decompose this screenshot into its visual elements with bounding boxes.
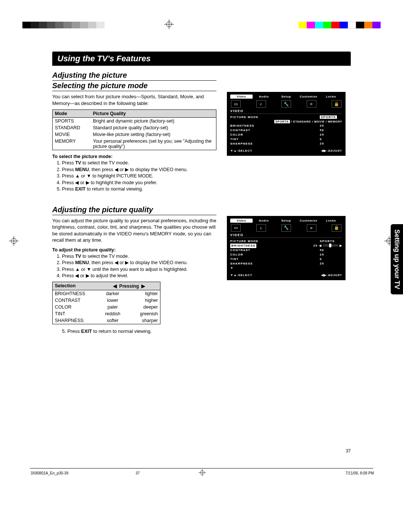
final-step: 5. Press EXIT to return to normal viewin… xyxy=(62,328,216,335)
table-row: SPORTSBright and dynamic picture (factor… xyxy=(53,118,216,125)
note-icon: ♪ xyxy=(256,100,266,108)
th-quality: Picture Quality xyxy=(91,110,216,118)
section-heading-adjusting-quality: Adjusting the picture quality xyxy=(52,205,216,215)
note-icon: ♪ xyxy=(256,224,266,232)
osd-tab-customize: Customize xyxy=(297,95,320,99)
intro-text: You can select from four picture modes—S… xyxy=(52,93,216,106)
registration-mark-icon xyxy=(9,236,19,246)
instruction-heading: To select the picture mode: xyxy=(52,154,216,159)
instruction-heading-2: To adjust the picture quality: xyxy=(52,247,216,253)
table-row: STANDARDStandard picture quality (factor… xyxy=(53,124,216,131)
footer-date: 7/11/06, 8:08 PM xyxy=(346,471,374,475)
tv-icon: ▭ xyxy=(231,224,241,232)
th-selection: Selection xyxy=(53,282,99,290)
tv-icon: ▭ xyxy=(231,100,241,108)
selection-pressing-table: Selection ◀ Pressing ▶ BRIGHTNESSdarkerl… xyxy=(52,282,160,324)
osd-tab-locks: Locks xyxy=(320,95,342,99)
step: Press TV to select the TV mode. xyxy=(62,253,216,260)
osd-menu-title: VIDEO xyxy=(230,233,342,238)
osd-menu-title: VIDEO xyxy=(230,109,342,114)
table-row: MOVIEMovie-like picture setting (factory… xyxy=(53,131,216,138)
osd-tab-locks: Locks xyxy=(320,219,342,223)
table-row: MEMORYYour personal preferences (set by … xyxy=(53,138,216,150)
step: Press TV to select the TV mode. xyxy=(62,160,216,167)
printer-color-bars xyxy=(0,22,403,28)
osd-tab-setup: Setup xyxy=(275,95,297,99)
lock-icon: 🔒 xyxy=(332,224,341,232)
step: Press ▲ or ▼ until the item you want to … xyxy=(62,266,216,273)
osd-tab-audio: Audio xyxy=(253,95,275,99)
footer-page: 37 xyxy=(68,471,346,475)
th-mode: Mode xyxy=(53,110,91,118)
picture-mode-table: Mode Picture Quality SPORTSBright and dy… xyxy=(52,109,216,150)
th-pressing: ◀ Pressing ▶ xyxy=(98,282,160,290)
table-row: CONTRASTlowerhigher xyxy=(53,297,160,304)
osd-tab-video: Video xyxy=(230,219,253,223)
lock-icon: 🔒 xyxy=(332,100,341,108)
wrench-icon: 🔧 xyxy=(281,100,291,108)
footer-rule xyxy=(30,468,373,468)
page-number: 37 xyxy=(346,448,351,454)
table-row: SHARPNESSsoftersharper xyxy=(53,317,160,324)
steps-list-2: Press TV to select the TV mode. Press ME… xyxy=(62,253,216,279)
osd-screenshot-picture-mode: Video Audio Setup Customize Locks ▭ ♪ 🔧 … xyxy=(227,92,346,156)
registration-mark-icon xyxy=(164,19,174,29)
footer-info: 3X80801A_En_p30-39 37 7/11/06, 8:08 PM xyxy=(31,471,374,475)
osd-tab-video: Video xyxy=(230,95,253,99)
osd-tab-customize: Customize xyxy=(297,219,320,223)
osd-tab-setup: Setup xyxy=(275,219,297,223)
table-row: BRIGHTNESSdarkerlighter xyxy=(53,290,160,297)
section-heading-adjusting-picture: Adjusting the picture xyxy=(52,71,216,81)
intro-text-2: You can adjust the picture quality to yo… xyxy=(52,217,216,244)
step: Press MENU, then press ◀ or ▶ to display… xyxy=(62,260,216,266)
list-icon: ≡ xyxy=(307,100,316,108)
steps-list: Press TV to select the TV mode. Press ME… xyxy=(62,160,216,193)
footer-file: 3X80801A_En_p30-39 xyxy=(31,471,68,475)
step: Press ◀ or ▶ to adjust the level. xyxy=(62,273,216,279)
step: Press EXIT to return to normal viewing. xyxy=(62,186,216,193)
table-row: TINTreddishgreenish xyxy=(53,310,160,317)
table-row: COLORpalerdeeper xyxy=(53,304,160,310)
osd-screenshot-brightness: Video Audio Setup Customize Locks ▭ ♪ 🔧 … xyxy=(227,216,346,280)
section-tab: Setting up your TV xyxy=(391,224,403,294)
wrench-icon: 🔧 xyxy=(281,224,291,232)
chapter-title: Using the TV's Features xyxy=(52,52,351,66)
osd-tab-audio: Audio xyxy=(253,219,275,223)
section-heading-selecting-mode: Selecting the picture mode xyxy=(52,81,216,91)
step: Press ◀ or ▶ to highlight the mode you p… xyxy=(62,180,216,186)
registration-mark-icon xyxy=(199,469,206,477)
step: Press ▲ or ▼ to highlight PICTURE MODE. xyxy=(62,173,216,180)
step: Press MENU, then press ◀ or ▶ to display… xyxy=(62,167,216,173)
list-icon: ≡ xyxy=(307,224,316,232)
